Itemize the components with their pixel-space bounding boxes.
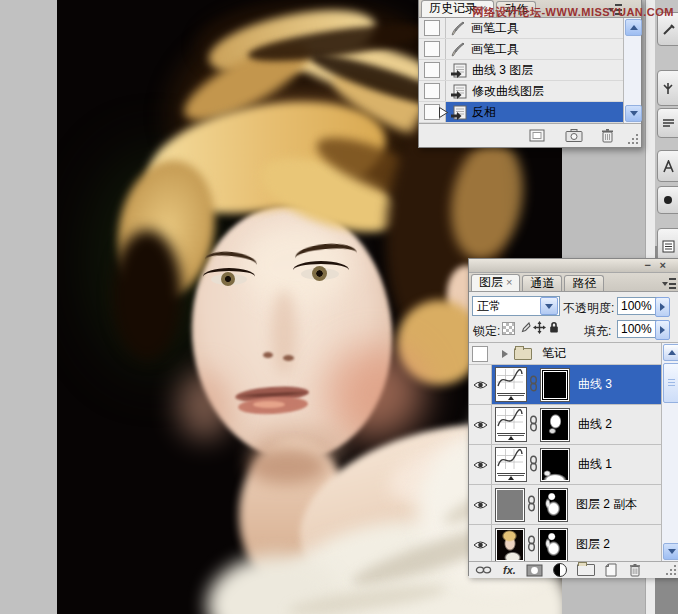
history-item-content[interactable]: 画笔工具 [446, 39, 623, 59]
history-brush-checkbox[interactable] [424, 41, 440, 57]
layer-group-row[interactable]: 笔记 [469, 343, 661, 365]
opacity-spinner[interactable] [655, 297, 670, 317]
new-document-from-state-button[interactable] [529, 129, 545, 142]
history-item[interactable]: 修改曲线图层 [419, 81, 623, 102]
tab-actions[interactable]: 动作 [496, 1, 536, 17]
history-scrollbar[interactable] [623, 18, 641, 123]
history-item-content[interactable]: 修改曲线图层 [446, 81, 623, 101]
layer-thumbnail[interactable] [495, 528, 525, 562]
history-item[interactable]: 画笔工具 [419, 18, 623, 39]
history-brush-checkbox[interactable] [424, 62, 440, 78]
tab-close-glyph[interactable]: × [506, 276, 512, 288]
tab-layers[interactable]: 图层× [471, 274, 520, 291]
history-brush-checkbox[interactable] [424, 20, 440, 36]
scroll-down-button[interactable] [625, 105, 642, 122]
dock-tool-button[interactable] [657, 108, 678, 138]
adjustment-thumbnail[interactable] [495, 407, 527, 442]
close-icon[interactable]: × [660, 259, 666, 271]
layer-row-content[interactable]: 曲线 3 [492, 365, 661, 404]
layer-mask-thumbnail[interactable] [540, 448, 570, 482]
visibility-toggle[interactable] [469, 405, 492, 444]
history-item-content[interactable]: 曲线 3 图层 [446, 60, 623, 80]
lock-position-icon[interactable] [533, 321, 546, 337]
panel-resize-grip[interactable] [665, 564, 677, 576]
history-panel-menu-button[interactable] [607, 4, 623, 15]
history-item[interactable]: 曲线 3 图层 [419, 60, 623, 81]
history-brush-well[interactable] [419, 18, 446, 38]
scroll-down-button[interactable] [663, 543, 678, 560]
layer-row-content[interactable]: 曲线 2 [492, 405, 661, 444]
delete-layer-button[interactable] [629, 563, 641, 577]
fill-value[interactable]: 100% [617, 320, 657, 338]
visibility-toggle[interactable] [469, 365, 492, 404]
panel-resize-grip[interactable] [627, 133, 639, 145]
scroll-up-button[interactable] [663, 344, 678, 361]
lock-paint-icon[interactable] [518, 321, 531, 337]
visibility-toggle[interactable] [469, 525, 492, 564]
tab-history[interactable]: 历史记录× [421, 0, 494, 17]
dock-tool-button[interactable] [657, 150, 678, 182]
opacity-value[interactable]: 100% [617, 297, 657, 315]
mask-link-toggle[interactable] [527, 535, 536, 555]
layer-mask-thumbnail[interactable] [538, 488, 568, 522]
layer-mask-thumbnail[interactable] [538, 528, 568, 562]
visibility-well[interactable] [472, 346, 488, 362]
adjustment-thumbnail[interactable] [495, 447, 527, 482]
layer-name[interactable]: 曲线 3 [578, 376, 612, 393]
dock-tool-button[interactable] [657, 186, 678, 214]
layer-thumbnail[interactable] [495, 488, 525, 522]
visibility-toggle[interactable] [469, 485, 492, 524]
new-snapshot-button[interactable] [565, 129, 583, 142]
lock-all-icon[interactable] [548, 321, 560, 337]
adjustment-thumbnail[interactable] [495, 367, 527, 402]
add-layer-mask-button[interactable] [526, 564, 543, 577]
lock-transparency-icon[interactable] [502, 322, 515, 335]
tab-close-glyph[interactable]: × [480, 2, 486, 14]
layer-row-content[interactable]: 图层 2 副本 [492, 485, 661, 524]
dock-tool-button[interactable] [657, 70, 678, 106]
history-item-content[interactable]: 画笔工具 [446, 18, 623, 38]
layer-mask-thumbnail[interactable] [540, 368, 570, 402]
history-brush-well[interactable] [419, 39, 446, 59]
mask-link-toggle[interactable] [529, 455, 538, 475]
new-group-button[interactable] [577, 564, 595, 576]
tab-paths[interactable]: 路径 [564, 275, 604, 291]
layer-row[interactable]: 图层 2 [469, 525, 661, 565]
new-adjustment-layer-button[interactable] [553, 563, 567, 577]
layer-name[interactable]: 曲线 1 [578, 456, 612, 473]
history-item[interactable]: 反相 [419, 102, 623, 123]
history-brush-checkbox[interactable] [424, 83, 440, 99]
layer-name[interactable]: 曲线 2 [578, 416, 612, 433]
fill-spinner[interactable] [655, 320, 670, 340]
minimize-icon[interactable]: − [645, 259, 651, 271]
layer-row-content[interactable]: 曲线 1 [492, 445, 661, 484]
history-item[interactable]: 画笔工具 [419, 39, 623, 60]
visibility-toggle[interactable] [469, 445, 492, 484]
mask-link-toggle[interactable] [527, 495, 536, 515]
mask-link-toggle[interactable] [529, 375, 538, 395]
new-layer-button[interactable] [605, 563, 617, 577]
history-item-content[interactable]: 反相 [446, 102, 623, 122]
link-layers-button[interactable] [475, 565, 493, 575]
layer-row[interactable]: 曲线 3 [469, 365, 661, 405]
layer-row[interactable]: 曲线 1 [469, 445, 661, 485]
layers-panel-titlebar[interactable]: − × [469, 259, 678, 273]
layer-row-content[interactable]: 图层 2 [492, 525, 661, 564]
expand-triangle-icon[interactable] [502, 350, 508, 358]
layer-name[interactable]: 图层 2 [576, 536, 610, 553]
dropdown-button[interactable] [540, 297, 558, 315]
history-brush-well[interactable] [419, 60, 446, 80]
mask-link-toggle[interactable] [529, 415, 538, 435]
layer-row[interactable]: 图层 2 副本 [469, 485, 661, 525]
dock-tool-button[interactable] [657, 12, 678, 46]
layer-style-button[interactable]: fx. [503, 564, 516, 576]
layer-row[interactable]: 曲线 2 [469, 405, 661, 445]
tab-channels[interactable]: 通道 [522, 275, 562, 291]
scroll-up-button[interactable] [625, 19, 642, 36]
scroll-thumb[interactable] [663, 363, 678, 403]
layer-name[interactable]: 图层 2 副本 [576, 496, 637, 513]
layers-scrollbar[interactable] [661, 343, 678, 561]
history-brush-well[interactable] [419, 81, 446, 101]
blend-mode-select[interactable]: 正常 [472, 296, 560, 316]
layer-mask-thumbnail[interactable] [540, 408, 570, 442]
